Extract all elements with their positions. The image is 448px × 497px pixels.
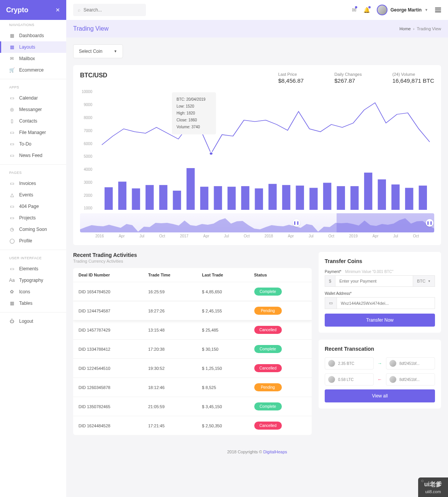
search-box[interactable]: ⌕ <box>73 4 146 16</box>
svg-rect-9 <box>227 187 235 210</box>
user-name: George Martin <box>391 7 422 13</box>
sidebar-item-coming-soon[interactable]: ◷Coming Soon <box>0 224 66 235</box>
sidebar-item-label: Events <box>19 192 33 198</box>
chart-tooltip: BTC: 20/04/2019 Low: 1520 High: 1820 Clo… <box>172 92 216 134</box>
sidebar-item-label: 404 Page <box>19 204 39 209</box>
sidebar-item-layouts[interactable]: ▦Layouts <box>0 41 66 53</box>
sidebar-item-404-page[interactable]: ▭404 Page <box>0 201 66 212</box>
tools-icon[interactable]: ✕ <box>56 7 60 13</box>
nav-icon: ▯ <box>9 118 15 124</box>
logout-icon: ⏻ <box>9 319 15 324</box>
table-row[interactable]: DID 124475458718:27:26$ 2,45,155Pending <box>73 301 312 320</box>
sidebar-item-ecommerce[interactable]: 🛒Ecommerce <box>0 64 66 76</box>
status-badge: Complete <box>254 288 282 296</box>
nav-icon: ▭ <box>9 181 15 186</box>
table-row[interactable]: DID 145778742913:15:48$ 25,485Cancelled <box>73 320 312 340</box>
svg-rect-25 <box>337 213 434 232</box>
transfer-button[interactable]: Transfer Now <box>325 314 435 327</box>
svg-rect-6 <box>186 168 195 210</box>
breadcrumb: Home › Trading View <box>399 26 441 31</box>
sidebar-item-file-manager[interactable]: ▭File Manager <box>0 127 66 138</box>
table-row[interactable]: DID 165478452016:25:59$ 4,85,650Complete <box>73 282 312 301</box>
sidebar-item-invoices[interactable]: ▭Invoices <box>0 178 66 189</box>
select-coin-dropdown[interactable]: Select Coin ▼ <box>73 44 123 58</box>
brush-handle-right[interactable]: ❚❚ <box>426 219 433 227</box>
sidebar-item-logout[interactable]: ⏻ Logout <box>0 316 66 327</box>
nav-icon: 🛒 <box>9 67 15 73</box>
svg-rect-13 <box>282 185 290 210</box>
svg-rect-16 <box>323 183 331 210</box>
avatar <box>328 376 335 383</box>
sidebar-item-messanger[interactable]: ◎Messanger <box>0 104 66 115</box>
sidebar-item-news-feed[interactable]: ▭News Feed <box>0 150 66 161</box>
svg-rect-0 <box>105 187 113 210</box>
price-chart[interactable]: 1000200030004000500060007000800090001000… <box>80 89 434 212</box>
table-row[interactable]: DID 122454451019:30:52$ 1,25,150Cancelle… <box>73 359 312 378</box>
payment-input[interactable] <box>335 275 413 287</box>
svg-rect-2 <box>132 188 140 210</box>
tx-row: 2.35 BTC→8df2451bf... <box>325 357 435 369</box>
logo-bar: Crypto ✕ <box>0 0 66 20</box>
nav-section-header: NAVIGATIONS <box>0 20 66 30</box>
table-row[interactable]: DID 162448452817:21:45$ 2,50,350Cancelle… <box>73 416 312 435</box>
transfer-panel: Transfer Coins Payment*Minimum Value "0.… <box>319 252 441 333</box>
sidebar-item-contacts[interactable]: ▯Contacts <box>0 115 66 127</box>
sidebar-item-mailbox[interactable]: ✉Mailbox <box>0 53 66 64</box>
breadcrumb-current: Trading View <box>417 26 441 31</box>
brush-handle-left[interactable]: ❚❚ <box>293 219 300 227</box>
sidebar-item-label: Mailbox <box>19 56 35 61</box>
search-input[interactable] <box>83 7 141 13</box>
page-title: Trading View <box>73 25 109 32</box>
sidebar-item-elements[interactable]: ▭Elements <box>0 263 66 275</box>
table-row[interactable]: DID 133478841217:20:38$ 30,150Complete <box>73 340 312 359</box>
avatar <box>389 360 396 367</box>
nav-icon: ◷ <box>9 227 15 232</box>
menu-toggle[interactable] <box>435 8 441 12</box>
svg-rect-4 <box>159 185 167 210</box>
sidebar-item-dashboards[interactable]: ▦Dashboards <box>0 30 66 41</box>
sidebar-item-label: Layouts <box>19 44 35 50</box>
table-row[interactable]: DID 135078246521:05:59$ 3,45,150Complete <box>73 397 312 416</box>
svg-rect-15 <box>309 188 317 210</box>
nav-icon: ▭ <box>9 266 15 271</box>
currency-icon: $ <box>325 275 335 287</box>
status-badge: Complete <box>254 402 282 410</box>
sidebar-item-label: Messanger <box>19 107 42 112</box>
sidebar-item-label: File Manager <box>19 130 46 135</box>
nav-icon: ▭ <box>9 153 15 158</box>
bell-icon[interactable]: 🔔 <box>363 7 370 13</box>
currency-select[interactable]: BTC▼ <box>413 275 435 287</box>
sidebar-item-calendar[interactable]: ▭Calendar <box>0 92 66 104</box>
trading-activities: Recent Trading Activities Trading Curren… <box>73 252 312 435</box>
sidebar-item-icons[interactable]: ✿Icons <box>0 286 66 298</box>
svg-rect-1 <box>118 181 126 210</box>
sidebar-item-typography[interactable]: AaTypography <box>0 275 66 286</box>
user-menu[interactable]: George Martin ▼ <box>377 5 428 15</box>
sidebar-item-to-do[interactable]: ▭To-Do <box>0 138 66 150</box>
breadcrumb-home[interactable]: Home <box>399 26 410 31</box>
search-icon: ⌕ <box>78 7 80 13</box>
sidebar-item-profile[interactable]: ◯Profile <box>0 235 66 247</box>
nav-icon: ▭ <box>9 130 15 135</box>
table-row[interactable]: DID 126034587818:12:46$ 8,525Pending <box>73 378 312 397</box>
svg-rect-14 <box>296 186 304 210</box>
sidebar-item-tables[interactable]: ▦Tables <box>0 298 66 309</box>
sidebar-item-label: To-Do <box>19 141 31 147</box>
svg-rect-22 <box>405 188 413 210</box>
svg-rect-23 <box>419 186 427 210</box>
sidebar: Crypto ✕ NAVIGATIONS▦Dashboards▦Layouts✉… <box>0 0 66 497</box>
nav-icon: ▭ <box>9 95 15 101</box>
chart-brush[interactable]: ❚❚ ❚❚ <box>80 213 434 232</box>
wallet-input[interactable] <box>337 297 435 309</box>
sidebar-item-projects[interactable]: ▭Projects <box>0 212 66 224</box>
nav-icon: ◯ <box>9 238 15 244</box>
nav-section-header: PAGES <box>0 168 66 178</box>
sidebar-item-events[interactable]: △Events <box>0 189 66 201</box>
nav-icon: ▦ <box>9 33 15 38</box>
mail-icon[interactable]: ✉ <box>352 7 356 13</box>
nav-section-header: APPS <box>0 82 66 92</box>
sidebar-item-label: Tables <box>19 301 33 306</box>
view-all-button[interactable]: View all <box>325 389 435 402</box>
footer-link[interactable]: DigitalHeaps <box>263 450 287 454</box>
nav-icon: ▭ <box>9 141 15 147</box>
